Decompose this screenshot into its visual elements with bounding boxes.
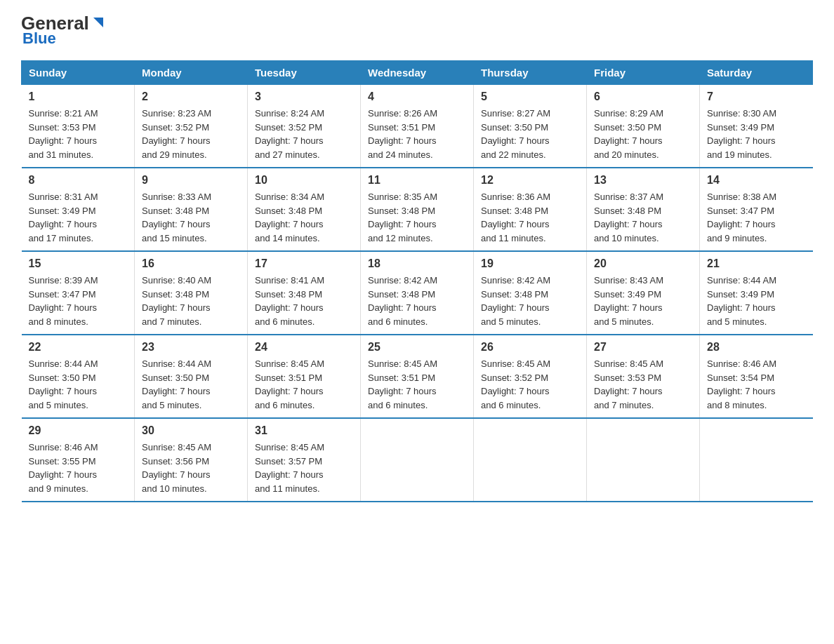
day-number: 7 <box>707 90 806 103</box>
logo-blue: Blue <box>22 29 56 48</box>
weekday-header-row: SundayMondayTuesdayWednesdayThursdayFrid… <box>22 61 813 85</box>
day-info: Sunrise: 8:26 AMSunset: 3:51 PMDaylight:… <box>368 107 466 161</box>
day-info: Sunrise: 8:45 AMSunset: 3:57 PMDaylight:… <box>255 441 353 495</box>
day-number: 6 <box>594 90 692 103</box>
day-info: Sunrise: 8:21 AMSunset: 3:53 PMDaylight:… <box>29 107 128 161</box>
calendar-week-row: 1Sunrise: 8:21 AMSunset: 3:53 PMDaylight… <box>22 85 813 168</box>
calendar-cell: 4Sunrise: 8:26 AMSunset: 3:51 PMDaylight… <box>361 85 474 168</box>
day-number: 17 <box>255 257 353 270</box>
calendar-cell: 23Sunrise: 8:44 AMSunset: 3:50 PMDayligh… <box>135 335 248 418</box>
calendar-cell: 7Sunrise: 8:30 AMSunset: 3:49 PMDaylight… <box>700 85 813 168</box>
calendar-cell: 19Sunrise: 8:42 AMSunset: 3:48 PMDayligh… <box>474 251 587 335</box>
day-info: Sunrise: 8:45 AMSunset: 3:52 PMDaylight:… <box>481 357 579 412</box>
day-info: Sunrise: 8:45 AMSunset: 3:56 PMDaylight:… <box>142 441 240 495</box>
day-number: 26 <box>481 341 579 354</box>
header-area: General Blue <box>21 14 813 48</box>
day-info: Sunrise: 8:43 AMSunset: 3:49 PMDaylight:… <box>594 274 692 328</box>
day-number: 15 <box>29 257 128 270</box>
calendar-cell: 2Sunrise: 8:23 AMSunset: 3:52 PMDaylight… <box>135 85 248 168</box>
day-number: 31 <box>255 424 353 437</box>
day-info: Sunrise: 8:38 AMSunset: 3:47 PMDaylight:… <box>707 190 806 245</box>
day-number: 4 <box>368 90 466 103</box>
day-number: 19 <box>481 257 579 270</box>
weekday-header-wednesday: Wednesday <box>361 61 474 85</box>
calendar-cell <box>587 418 700 502</box>
calendar-cell: 5Sunrise: 8:27 AMSunset: 3:50 PMDaylight… <box>474 85 587 168</box>
calendar-cell: 8Sunrise: 8:31 AMSunset: 3:49 PMDaylight… <box>22 168 135 251</box>
day-info: Sunrise: 8:24 AMSunset: 3:52 PMDaylight:… <box>255 107 353 161</box>
calendar-cell: 14Sunrise: 8:38 AMSunset: 3:47 PMDayligh… <box>700 168 813 251</box>
day-info: Sunrise: 8:39 AMSunset: 3:47 PMDaylight:… <box>29 274 128 328</box>
day-number: 11 <box>368 174 466 187</box>
calendar-cell: 18Sunrise: 8:42 AMSunset: 3:48 PMDayligh… <box>361 251 474 335</box>
day-info: Sunrise: 8:44 AMSunset: 3:50 PMDaylight:… <box>142 357 240 412</box>
day-number: 22 <box>29 341 128 354</box>
day-info: Sunrise: 8:34 AMSunset: 3:48 PMDaylight:… <box>255 190 353 245</box>
day-number: 14 <box>707 174 806 187</box>
calendar-cell: 22Sunrise: 8:44 AMSunset: 3:50 PMDayligh… <box>22 335 135 418</box>
weekday-header-saturday: Saturday <box>700 61 813 85</box>
day-info: Sunrise: 8:40 AMSunset: 3:48 PMDaylight:… <box>142 274 240 328</box>
day-info: Sunrise: 8:44 AMSunset: 3:49 PMDaylight:… <box>707 274 806 328</box>
day-number: 13 <box>594 174 692 187</box>
calendar-cell: 21Sunrise: 8:44 AMSunset: 3:49 PMDayligh… <box>700 251 813 335</box>
day-info: Sunrise: 8:46 AMSunset: 3:55 PMDaylight:… <box>29 441 128 495</box>
day-info: Sunrise: 8:31 AMSunset: 3:49 PMDaylight:… <box>29 190 128 245</box>
calendar-cell: 3Sunrise: 8:24 AMSunset: 3:52 PMDaylight… <box>248 85 361 168</box>
calendar-cell: 12Sunrise: 8:36 AMSunset: 3:48 PMDayligh… <box>474 168 587 251</box>
day-number: 25 <box>368 341 466 354</box>
calendar-cell: 27Sunrise: 8:45 AMSunset: 3:53 PMDayligh… <box>587 335 700 418</box>
calendar-cell <box>361 418 474 502</box>
calendar-cell: 30Sunrise: 8:45 AMSunset: 3:56 PMDayligh… <box>135 418 248 502</box>
day-info: Sunrise: 8:35 AMSunset: 3:48 PMDaylight:… <box>368 190 466 245</box>
calendar-cell <box>700 418 813 502</box>
day-info: Sunrise: 8:41 AMSunset: 3:48 PMDaylight:… <box>255 274 353 328</box>
calendar-cell: 28Sunrise: 8:46 AMSunset: 3:54 PMDayligh… <box>700 335 813 418</box>
day-number: 27 <box>594 341 692 354</box>
weekday-header-monday: Monday <box>135 61 248 85</box>
day-info: Sunrise: 8:45 AMSunset: 3:51 PMDaylight:… <box>255 357 353 412</box>
day-number: 18 <box>368 257 466 270</box>
calendar-cell: 16Sunrise: 8:40 AMSunset: 3:48 PMDayligh… <box>135 251 248 335</box>
day-number: 1 <box>29 90 128 103</box>
day-number: 3 <box>255 90 353 103</box>
day-info: Sunrise: 8:42 AMSunset: 3:48 PMDaylight:… <box>368 274 466 328</box>
calendar-week-row: 29Sunrise: 8:46 AMSunset: 3:55 PMDayligh… <box>22 418 813 502</box>
day-number: 29 <box>29 424 128 437</box>
calendar-cell: 17Sunrise: 8:41 AMSunset: 3:48 PMDayligh… <box>248 251 361 335</box>
calendar-cell: 29Sunrise: 8:46 AMSunset: 3:55 PMDayligh… <box>22 418 135 502</box>
logo: General Blue <box>21 14 106 48</box>
day-info: Sunrise: 8:33 AMSunset: 3:48 PMDaylight:… <box>142 190 240 245</box>
calendar-cell: 24Sunrise: 8:45 AMSunset: 3:51 PMDayligh… <box>248 335 361 418</box>
calendar-week-row: 8Sunrise: 8:31 AMSunset: 3:49 PMDaylight… <box>22 168 813 251</box>
day-number: 20 <box>594 257 692 270</box>
day-number: 21 <box>707 257 806 270</box>
day-info: Sunrise: 8:29 AMSunset: 3:50 PMDaylight:… <box>594 107 692 161</box>
weekday-header-sunday: Sunday <box>22 61 135 85</box>
day-number: 24 <box>255 341 353 354</box>
calendar-cell: 15Sunrise: 8:39 AMSunset: 3:47 PMDayligh… <box>22 251 135 335</box>
day-number: 16 <box>142 257 240 270</box>
calendar-cell: 1Sunrise: 8:21 AMSunset: 3:53 PMDaylight… <box>22 85 135 168</box>
day-number: 30 <box>142 424 240 437</box>
calendar-cell: 6Sunrise: 8:29 AMSunset: 3:50 PMDaylight… <box>587 85 700 168</box>
day-info: Sunrise: 8:36 AMSunset: 3:48 PMDaylight:… <box>481 190 579 245</box>
day-number: 5 <box>481 90 579 103</box>
day-info: Sunrise: 8:45 AMSunset: 3:53 PMDaylight:… <box>594 357 692 412</box>
calendar-table: SundayMondayTuesdayWednesdayThursdayFrid… <box>21 60 813 502</box>
day-number: 9 <box>142 174 240 187</box>
day-number: 10 <box>255 174 353 187</box>
day-info: Sunrise: 8:44 AMSunset: 3:50 PMDaylight:… <box>29 357 128 412</box>
calendar-week-row: 22Sunrise: 8:44 AMSunset: 3:50 PMDayligh… <box>22 335 813 418</box>
calendar-week-row: 15Sunrise: 8:39 AMSunset: 3:47 PMDayligh… <box>22 251 813 335</box>
day-info: Sunrise: 8:23 AMSunset: 3:52 PMDaylight:… <box>142 107 240 161</box>
day-number: 23 <box>142 341 240 354</box>
day-info: Sunrise: 8:42 AMSunset: 3:48 PMDaylight:… <box>481 274 579 328</box>
day-info: Sunrise: 8:27 AMSunset: 3:50 PMDaylight:… <box>481 107 579 161</box>
weekday-header-tuesday: Tuesday <box>248 61 361 85</box>
day-number: 28 <box>707 341 806 354</box>
day-number: 2 <box>142 90 240 103</box>
calendar-cell: 10Sunrise: 8:34 AMSunset: 3:48 PMDayligh… <box>248 168 361 251</box>
day-info: Sunrise: 8:45 AMSunset: 3:51 PMDaylight:… <box>368 357 466 412</box>
day-number: 12 <box>481 174 579 187</box>
